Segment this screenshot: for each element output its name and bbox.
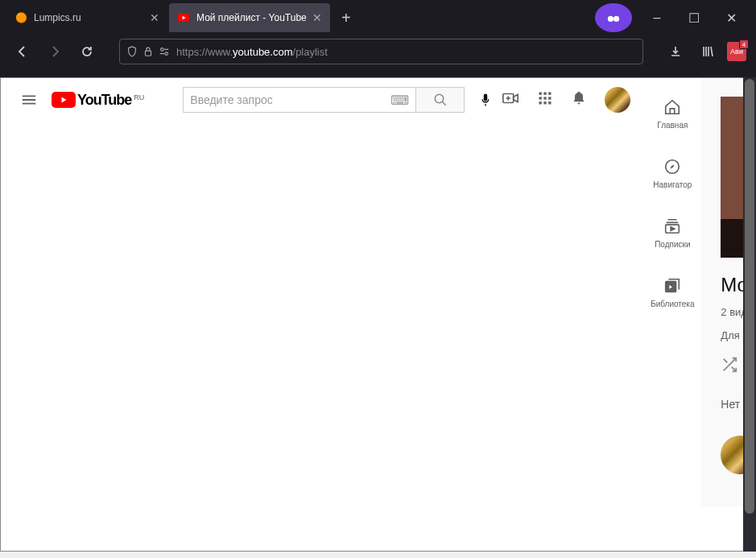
svg-point-6 — [165, 52, 168, 56]
lock-icon — [143, 46, 154, 57]
permissions-icon — [159, 46, 170, 57]
reload-button[interactable] — [74, 39, 100, 64]
browser-nav-bar: https://www.youtube.com/playlist Ави — [0, 32, 756, 71]
scrollbar[interactable] — [743, 77, 756, 552]
create-video-icon[interactable] — [502, 89, 519, 110]
sidebar-item-library[interactable]: Библиотека — [643, 262, 701, 322]
svg-rect-16 — [544, 101, 547, 104]
apps-grid-icon[interactable] — [537, 90, 553, 110]
back-button[interactable] — [10, 39, 35, 64]
svg-rect-10 — [544, 93, 547, 95]
keyboard-icon[interactable]: ⌨ — [390, 93, 409, 108]
new-tab-button[interactable]: + — [332, 9, 361, 27]
youtube-play-icon — [52, 92, 76, 108]
sidebar-label: Навигатор — [653, 180, 692, 189]
library-icon[interactable] — [695, 39, 721, 64]
scrollbar-thumb[interactable] — [745, 79, 754, 514]
sidebar-label: Главная — [657, 121, 688, 130]
youtube-logo[interactable]: YouTube RU — [52, 92, 144, 109]
youtube-header: YouTube RU Введите запрос ⌨ — [0, 77, 643, 122]
svg-rect-9 — [539, 93, 542, 95]
favicon-lumpics: 🟠 — [14, 11, 27, 24]
url-text: https://www.youtube.com/playlist — [176, 46, 328, 58]
youtube-sidebar: Главная Навигатор Подписки Библиотека — [643, 77, 701, 506]
download-icon[interactable] — [663, 39, 688, 64]
browser-tab-active[interactable]: Мой плейлист - YouTube ✕ — [169, 3, 330, 32]
shuffle-button[interactable] — [721, 356, 738, 377]
forward-button[interactable] — [42, 39, 68, 64]
maximize-button[interactable]: ☐ — [675, 3, 713, 32]
browser-tab-bar: 🟠 Lumpics.ru ✕ Мой плейлист - YouTube ✕ … — [0, 0, 756, 32]
hamburger-menu-icon[interactable] — [13, 84, 45, 116]
voice-search-button[interactable] — [469, 84, 502, 116]
svg-rect-11 — [548, 93, 551, 95]
close-tab-icon[interactable]: ✕ — [150, 11, 159, 24]
extension-badge[interactable]: Ави — [727, 42, 746, 61]
tab-title: Мой плейлист - YouTube — [196, 12, 307, 23]
svg-rect-12 — [539, 97, 542, 99]
youtube-region: RU — [134, 93, 144, 101]
svg-rect-17 — [548, 101, 551, 104]
minimize-button[interactable]: – — [638, 3, 675, 32]
url-bar[interactable]: https://www.youtube.com/playlist — [119, 39, 643, 64]
notifications-icon[interactable] — [571, 90, 587, 110]
search-input[interactable]: Введите запрос ⌨ — [183, 87, 416, 113]
svg-rect-3 — [613, 19, 615, 19]
user-avatar[interactable] — [605, 87, 630, 113]
shield-icon — [126, 46, 138, 57]
svg-point-7 — [435, 94, 444, 103]
svg-rect-15 — [539, 101, 542, 104]
youtube-logo-text: YouTube — [77, 92, 131, 109]
close-window-button[interactable]: ✕ — [713, 3, 750, 32]
favicon-youtube — [177, 11, 190, 24]
tab-title: Lumpics.ru — [34, 12, 81, 23]
svg-rect-4 — [146, 51, 151, 56]
svg-rect-14 — [548, 97, 551, 99]
close-tab-icon[interactable]: ✕ — [312, 11, 322, 24]
sidebar-item-home[interactable]: Главная — [643, 84, 701, 143]
svg-point-5 — [161, 48, 164, 52]
svg-rect-13 — [544, 97, 547, 99]
sidebar-label: Библиотека — [651, 300, 694, 308]
search-button[interactable] — [416, 87, 465, 113]
sidebar-item-subscriptions[interactable]: Подписки — [643, 203, 701, 262]
incognito-icon — [595, 3, 632, 32]
sidebar-label: Подписки — [655, 240, 690, 249]
sidebar-item-explore[interactable]: Навигатор — [643, 143, 701, 203]
browser-tab[interactable]: 🟠 Lumpics.ru ✕ — [6, 3, 167, 32]
